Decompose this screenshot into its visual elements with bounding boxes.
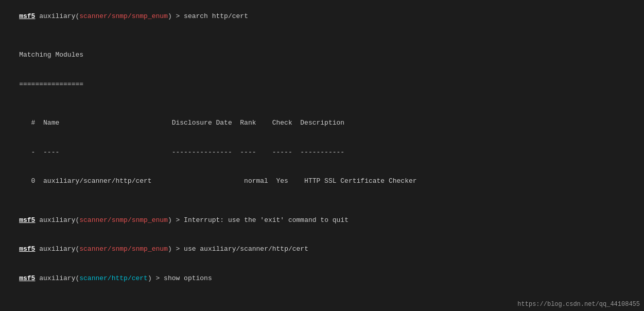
matching-modules-separator: ================	[3, 70, 641, 99]
line-interrupt: msf5 auxiliary(scanner/snmp/snmp_enum) >…	[3, 206, 641, 235]
table-header: # Name Disclosure Date Rank Check Descri…	[3, 109, 641, 138]
line-use-cmd: msf5 auxiliary(scanner/snmp/snmp_enum) >…	[3, 235, 641, 264]
line-1: msf5 auxiliary(scanner/snmp/snmp_enum) >…	[3, 2, 641, 31]
line-blank-3	[3, 196, 641, 206]
table-row-0: 0 auxiliary/scanner/http/cert normal Yes…	[3, 167, 641, 196]
table-separator: - ---- --------------- ---- ----- ------…	[3, 138, 641, 167]
watermark: https://blog.csdn.net/qq_44108455	[517, 301, 640, 308]
matching-modules-title: Matching Modules	[3, 41, 641, 70]
terminal-window: msf5 auxiliary(scanner/snmp/snmp_enum) >…	[0, 0, 644, 311]
line-show-options: msf5 auxiliary(scanner/http/cert) > show…	[3, 264, 641, 293]
line-blank-1	[3, 31, 641, 41]
line-blank-2	[3, 99, 641, 109]
msf-prompt: msf5	[19, 12, 35, 20]
